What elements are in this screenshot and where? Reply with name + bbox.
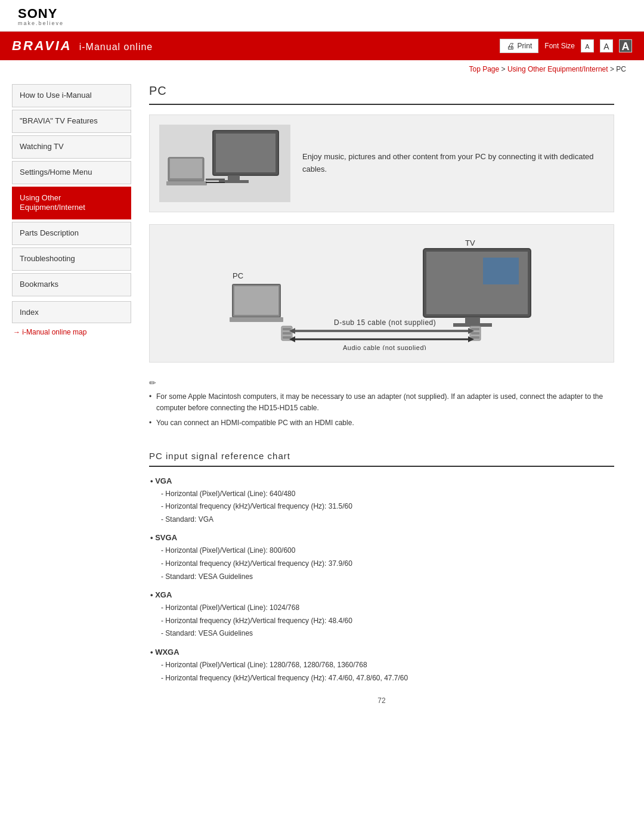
intro-text: Enjoy music, pictures and other content … <box>302 125 604 202</box>
svg-rect-21 <box>283 332 291 335</box>
content-area: PC <box>131 78 632 717</box>
bravia-brand: BRAVIA <box>12 38 72 54</box>
svg-rect-12 <box>483 258 519 284</box>
section-title: PC input signal reference chart <box>149 451 614 467</box>
intro-image <box>159 125 290 202</box>
note-item-0: For some Apple Macintosh computers, it m… <box>149 391 614 414</box>
notes-list: For some Apple Macintosh computers, it m… <box>149 391 614 429</box>
sidebar-item-how-to-use[interactable]: How to Use i-Manual <box>12 84 131 107</box>
signal-vga: VGA Horizontal (Pixel)/Vertical (Line): … <box>149 476 614 527</box>
svg-rect-2 <box>228 175 240 180</box>
svg-rect-25 <box>471 332 479 335</box>
note-icon: ✏ <box>149 378 614 388</box>
print-icon: 🖨 <box>506 41 515 51</box>
breadcrumb-section[interactable]: Using Other Equipment/Internet <box>507 65 608 73</box>
signal-vga-details: Horizontal (Pixel)/Vertical (Line): 640/… <box>149 488 614 527</box>
sidebar-item-bookmarks[interactable]: Bookmarks <box>12 273 131 296</box>
signal-xga: XGA Horizontal (Pixel)/Vertical (Line): … <box>149 590 614 640</box>
bravia-title: BRAVIA i-Manual online <box>12 38 153 54</box>
sidebar-item-troubleshooting[interactable]: Troubleshooting <box>12 247 131 271</box>
intro-illustration <box>165 128 284 199</box>
signal-xga-details: Horizontal (Pixel)/Vertical (Line): 1024… <box>149 602 614 640</box>
sidebar-map-link[interactable]: i-Manual online map <box>12 323 131 341</box>
svg-rect-18 <box>230 317 283 322</box>
svg-rect-5 <box>170 159 202 178</box>
svga-detail-1: Horizontal frequency (kHz)/Vertical freq… <box>161 558 614 571</box>
signal-vga-name: VGA <box>149 476 614 485</box>
font-size-label: Font Size <box>544 42 575 50</box>
signal-svga-name: SVGA <box>149 533 614 542</box>
font-small-button[interactable]: A <box>581 39 594 52</box>
font-large-button[interactable]: A <box>619 39 632 52</box>
svg-rect-13 <box>465 317 480 323</box>
xga-detail-1: Horizontal frequency (kHz)/Vertical freq… <box>161 615 614 628</box>
breadcrumb-current: PC <box>616 65 626 73</box>
vga-detail-1: Horizontal frequency (kHz)/Vertical freq… <box>161 500 614 513</box>
signal-svga: SVGA Horizontal (Pixel)/Vertical (Line):… <box>149 533 614 583</box>
svga-detail-0: Horizontal (Pixel)/Vertical (Line): 800/… <box>161 544 614 558</box>
sidebar-item-settings-home[interactable]: Settings/Home Menu <box>12 161 131 184</box>
vga-detail-2: Standard: VGA <box>161 513 614 527</box>
sidebar: How to Use i-Manual "BRAVIA" TV Features… <box>12 84 131 717</box>
sidebar-index[interactable]: Index <box>12 301 131 323</box>
svg-rect-22 <box>283 336 291 339</box>
signal-wxga-details: Horizontal (Pixel)/Vertical (Line): 1280… <box>149 659 614 685</box>
connection-diagram: TV PC <box>227 237 537 350</box>
nav-bar: BRAVIA i-Manual online 🖨 Print Font Size… <box>0 32 644 60</box>
svg-text:TV: TV <box>465 239 475 247</box>
xga-detail-0: Horizontal (Pixel)/Vertical (Line): 1024… <box>161 602 614 615</box>
signal-wxga: WXGA Horizontal (Pixel)/Vertical (Line):… <box>149 648 614 685</box>
top-header: SONY make.believe <box>0 0 644 32</box>
sidebar-item-bravia-features[interactable]: "BRAVIA" TV Features <box>12 110 131 133</box>
svga-detail-2: Standard: VESA Guidelines <box>161 571 614 584</box>
manual-title: i-Manual online <box>79 42 153 52</box>
svg-text:D-sub 15 cable (not supplied): D-sub 15 cable (not supplied) <box>334 318 436 327</box>
svg-rect-6 <box>166 181 207 185</box>
wxga-detail-0: Horizontal (Pixel)/Vertical (Line): 1280… <box>161 659 614 672</box>
intro-section: Enjoy music, pictures and other content … <box>149 114 614 212</box>
page-title: PC <box>149 84 614 105</box>
font-medium-button[interactable]: A <box>600 39 613 52</box>
xga-detail-2: Standard: VESA Guidelines <box>161 627 614 640</box>
breadcrumb-top[interactable]: Top Page <box>469 65 499 73</box>
sidebar-item-watching-tv[interactable]: Watching TV <box>12 135 131 159</box>
svg-text:PC: PC <box>233 271 243 280</box>
breadcrumb: Top Page > Using Other Equipment/Interne… <box>0 60 644 78</box>
sony-logo: SONY make.believe <box>18 7 626 26</box>
sidebar-item-using-other[interactable]: Using Other Equipment/Internet <box>12 187 131 220</box>
svg-rect-17 <box>234 286 278 315</box>
nav-right: 🖨 Print Font Size A A A <box>500 39 632 53</box>
signal-chart: VGA Horizontal (Pixel)/Vertical (Line): … <box>149 476 614 685</box>
svg-rect-20 <box>283 328 291 330</box>
vga-detail-0: Horizontal (Pixel)/Vertical (Line): 640/… <box>161 488 614 501</box>
svg-rect-26 <box>471 336 479 339</box>
signal-wxga-name: WXGA <box>149 648 614 657</box>
page-number: 72 <box>149 696 614 705</box>
svg-text:Audio cable (not supplied): Audio cable (not supplied) <box>343 344 426 350</box>
main-layout: How to Use i-Manual "BRAVIA" TV Features… <box>0 78 644 729</box>
print-button[interactable]: 🖨 Print <box>500 39 539 53</box>
note-item-1: You can connect an HDMI-compatible PC wi… <box>149 417 614 429</box>
diagram-section: TV PC <box>149 224 614 363</box>
svg-rect-1 <box>216 134 275 172</box>
note-section: ✏ For some Apple Macintosh computers, it… <box>149 372 614 439</box>
svg-rect-24 <box>471 328 479 330</box>
signal-svga-details: Horizontal (Pixel)/Vertical (Line): 800/… <box>149 544 614 583</box>
wxga-detail-1: Horizontal frequency (kHz)/Vertical freq… <box>161 672 614 685</box>
sidebar-item-parts-description[interactable]: Parts Description <box>12 222 131 245</box>
signal-xga-name: XGA <box>149 590 614 599</box>
